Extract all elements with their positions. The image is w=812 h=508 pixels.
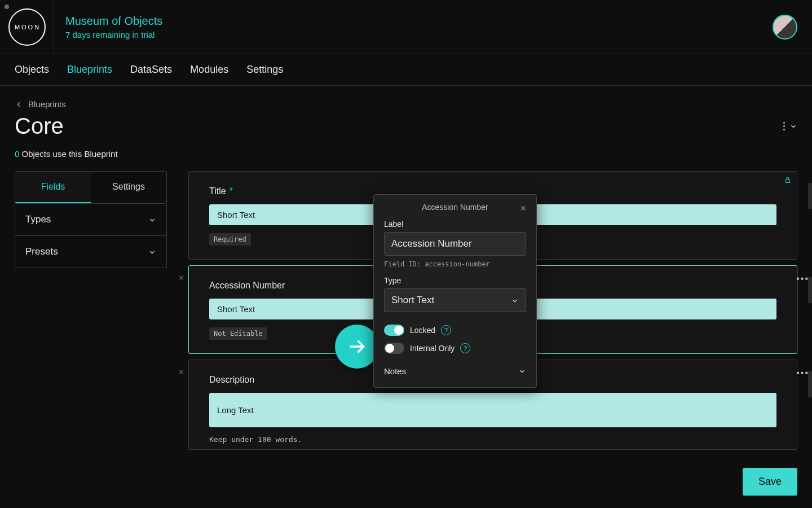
section-types[interactable]: Types bbox=[15, 204, 167, 236]
field-id-text: Field ID: accession-number bbox=[384, 260, 526, 268]
help-icon[interactable]: ? bbox=[441, 325, 451, 335]
field-note: Keep under 100 words. bbox=[209, 435, 776, 444]
kebab-icon bbox=[783, 122, 785, 130]
blueprint-usage[interactable]: 0 Objects use this Blueprint bbox=[15, 149, 797, 159]
section-types-label: Types bbox=[25, 214, 51, 225]
field-more-button[interactable]: ••• bbox=[796, 274, 809, 284]
chevron-down-icon bbox=[148, 248, 156, 256]
tab-settings[interactable]: Settings bbox=[91, 172, 166, 203]
svg-rect-0 bbox=[786, 180, 790, 183]
popover-title: Accession Number bbox=[422, 203, 488, 212]
field-title-label: Accession Number bbox=[209, 281, 285, 291]
panel-tabs: Fields Settings bbox=[15, 171, 167, 204]
nav-datasets[interactable]: DataSets bbox=[130, 64, 172, 76]
avatar[interactable] bbox=[773, 15, 797, 40]
field-more-button[interactable]: ••• bbox=[796, 368, 809, 378]
logo-text: MOON bbox=[8, 8, 46, 46]
save-button[interactable]: Save bbox=[743, 468, 797, 496]
primary-nav: Objects Blueprints DataSets Modules Sett… bbox=[0, 54, 812, 86]
field-badge-noteditable: Not Editable bbox=[209, 327, 267, 340]
usage-text: Objects use this Blueprint bbox=[22, 149, 118, 159]
locked-label: Locked bbox=[410, 326, 435, 335]
logo[interactable]: MOON bbox=[0, 0, 54, 54]
nav-modules[interactable]: Modules bbox=[190, 64, 228, 76]
field-type-value: Long Text bbox=[209, 393, 776, 427]
close-icon[interactable]: × bbox=[520, 203, 526, 214]
insert-arrow-button[interactable] bbox=[335, 325, 379, 369]
notes-label: Notes bbox=[384, 366, 406, 376]
left-panel: Fields Settings Types Presets bbox=[15, 171, 167, 268]
chevron-down-icon bbox=[148, 216, 156, 224]
nav-objects[interactable]: Objects bbox=[15, 64, 49, 76]
status-dot-icon bbox=[5, 5, 9, 9]
arrow-right-icon bbox=[347, 336, 367, 357]
page-more-menu[interactable] bbox=[783, 122, 797, 130]
internal-only-toggle[interactable] bbox=[384, 343, 404, 354]
field-title-label: Description bbox=[209, 375, 254, 385]
drag-handle[interactable] bbox=[808, 277, 812, 303]
field-type-selected: Short Text bbox=[391, 295, 434, 306]
trial-notice[interactable]: 7 days remaining in trial bbox=[65, 30, 162, 40]
breadcrumb-label: Blueprints bbox=[28, 99, 66, 109]
lock-icon bbox=[784, 176, 791, 186]
drag-handle[interactable] bbox=[808, 183, 812, 209]
org-name[interactable]: Museum of Objects bbox=[65, 15, 162, 28]
locked-toggle[interactable] bbox=[384, 325, 404, 336]
drag-handle[interactable] bbox=[808, 371, 812, 397]
label-lbl: Label bbox=[384, 220, 526, 229]
internal-only-label: Internal Only bbox=[410, 344, 454, 353]
usage-count: 0 bbox=[15, 149, 19, 159]
field-type-select[interactable]: Short Text bbox=[384, 288, 526, 312]
nav-blueprints[interactable]: Blueprints bbox=[67, 64, 112, 76]
type-lbl: Type bbox=[384, 276, 526, 285]
required-star-icon: * bbox=[230, 186, 233, 196]
section-presets[interactable]: Presets bbox=[15, 236, 167, 268]
help-icon[interactable]: ? bbox=[460, 343, 470, 353]
org-block: Museum of Objects 7 days remaining in tr… bbox=[54, 15, 162, 40]
notes-expander[interactable]: Notes bbox=[384, 366, 526, 376]
chevron-down-icon bbox=[789, 122, 797, 130]
page-title: Core bbox=[15, 113, 64, 139]
remove-field-button[interactable]: × bbox=[179, 367, 184, 376]
remove-field-button[interactable]: × bbox=[179, 273, 184, 282]
app-header: MOON Museum of Objects 7 days remaining … bbox=[0, 0, 812, 54]
tab-fields[interactable]: Fields bbox=[15, 172, 91, 203]
chevron-down-icon bbox=[511, 296, 519, 304]
section-presets-label: Presets bbox=[25, 246, 58, 257]
nav-settings[interactable]: Settings bbox=[246, 64, 283, 76]
chevron-down-icon bbox=[518, 367, 526, 375]
field-badge-required: Required bbox=[209, 233, 251, 246]
field-title-label: Title bbox=[209, 186, 226, 196]
field-settings-popover: Accession Number × Label Field ID: acces… bbox=[373, 194, 537, 388]
breadcrumb[interactable]: Blueprints bbox=[15, 99, 797, 109]
field-label-input[interactable] bbox=[384, 232, 526, 256]
back-arrow-icon bbox=[15, 100, 23, 108]
